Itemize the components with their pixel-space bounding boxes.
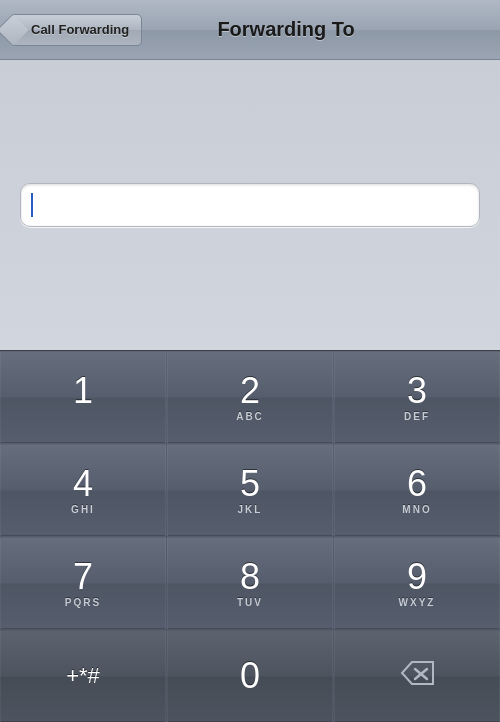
- key-4[interactable]: 4 GHI: [0, 444, 166, 536]
- keypad-wrapper: 1 2 ABC 3 DEF 4 GHI 5 JKL 6 MNO: [0, 350, 500, 722]
- navbar: Call Forwarding Forwarding To: [0, 0, 500, 60]
- page-title: Forwarding To: [82, 18, 490, 41]
- key-7[interactable]: 7 PQRS: [0, 537, 166, 629]
- key-symbols[interactable]: +*#: [0, 630, 166, 722]
- key-1[interactable]: 1: [0, 351, 166, 443]
- key-6[interactable]: 6 MNO: [334, 444, 500, 536]
- key-backspace[interactable]: [334, 630, 500, 722]
- key-8[interactable]: 8 TUV: [167, 537, 333, 629]
- backspace-icon: [399, 660, 435, 692]
- key-5[interactable]: 5 JKL: [167, 444, 333, 536]
- top-area: [0, 60, 500, 350]
- back-button[interactable]: Call Forwarding: [10, 14, 142, 46]
- phone-input-container[interactable]: [20, 183, 480, 227]
- key-2[interactable]: 2 ABC: [167, 351, 333, 443]
- back-button-label: Call Forwarding: [31, 22, 129, 37]
- key-0[interactable]: 0: [167, 630, 333, 722]
- key-9[interactable]: 9 WXYZ: [334, 537, 500, 629]
- cursor: [31, 193, 33, 217]
- key-3[interactable]: 3 DEF: [334, 351, 500, 443]
- keypad: 1 2 ABC 3 DEF 4 GHI 5 JKL 6 MNO: [0, 350, 500, 722]
- main-container: Call Forwarding Forwarding To 1 2 ABC 3 …: [0, 0, 500, 722]
